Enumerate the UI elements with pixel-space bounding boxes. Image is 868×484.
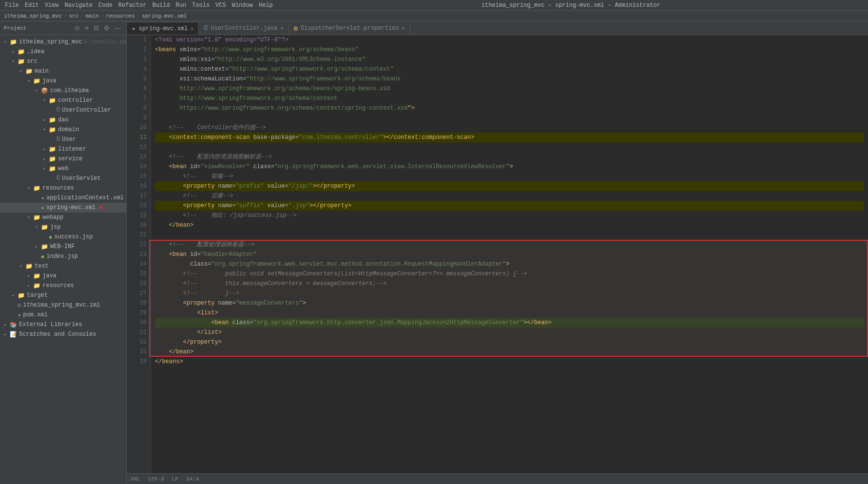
sidebar-locate-button[interactable]: ⊙ <box>73 24 81 32</box>
breadcrumb-item-file[interactable]: spring-mvc.xml <box>142 13 187 19</box>
menu-file[interactable]: File <box>2 1 22 10</box>
menu-bar: File Edit View Navigate Code Refactor Bu… <box>0 0 868 11</box>
menu-refactor[interactable]: Refactor <box>116 1 150 10</box>
token: <!-- this.messageConverters = messageCon… <box>155 279 386 289</box>
tree-test-resources[interactable]: ▸ 📁 resources <box>0 281 126 290</box>
tree-dao[interactable]: ▸ 📁 dao <box>0 115 126 125</box>
token: = <box>243 74 246 84</box>
java-file-dot: © <box>204 24 208 32</box>
tree-spring-mvc[interactable]: ✦ spring-mvc.xml ◄ <box>0 203 126 213</box>
tab-close-button[interactable]: ✕ <box>402 25 405 31</box>
token: bean <box>176 347 190 357</box>
tree-target[interactable]: ▸ 📁 target <box>0 290 126 300</box>
tree-scratches[interactable]: ▸ 📝 Scratches and Consoles <box>0 329 126 339</box>
tree-domain[interactable]: ▾ 📁 domain <box>0 125 126 135</box>
token: > <box>506 259 509 269</box>
line-number: 31 <box>129 328 147 337</box>
breadcrumb-item-project[interactable]: itheima_spring_mvc <box>4 13 62 19</box>
code-content[interactable]: <?xml version="1.0" encoding="UTF-8"?><b… <box>151 35 868 473</box>
folder-icon: 📁 <box>33 77 40 85</box>
tree-success-jsp[interactable]: ◆ success.jsp <box>0 232 126 242</box>
tree-listener[interactable]: ▸ 📁 listener <box>0 144 126 154</box>
tree-userservlet[interactable]: © UserServlet <box>0 174 126 183</box>
tree-label: spring-mvc.xml <box>46 204 96 211</box>
token: = <box>250 318 253 328</box>
token: "messageConverters" <box>236 298 303 308</box>
tree-label: applicationContext.xml <box>46 194 123 201</box>
token: < <box>155 45 158 55</box>
tab-close-button[interactable]: ✕ <box>281 25 284 31</box>
token: <!-- 地址: /jsp/success.jsp--> <box>155 211 296 220</box>
tree-idea[interactable]: ▸ 📁 .idea <box>0 47 126 57</box>
tree-root[interactable]: ▾ 📁 itheima_spring_mvc D:\IntelliJ IDEA … <box>0 37 126 47</box>
tree-webinf[interactable]: ▸ 📁 WEB-INF <box>0 242 126 252</box>
sidebar-close-button[interactable]: — <box>113 24 122 32</box>
tree-label: webapp <box>42 214 63 221</box>
tab-label: UserController.java <box>211 25 278 32</box>
token: property <box>324 181 352 191</box>
line-number: 23 <box>129 250 147 259</box>
menu-navigate[interactable]: Navigate <box>61 1 96 10</box>
breadcrumb-item-resources[interactable]: resources <box>106 13 135 19</box>
java-file-icon: © <box>57 175 60 182</box>
tree-index-jsp[interactable]: ◆ index.jsp <box>0 252 126 261</box>
menu-build[interactable]: Build <box>149 1 173 10</box>
tree-main[interactable]: ▾ 📁 main <box>0 66 126 76</box>
token: </ <box>155 347 176 357</box>
tab-usercontroller[interactable]: © UserController.java ✕ <box>199 22 289 35</box>
menu-run[interactable]: Run <box>173 1 189 10</box>
tree-resources[interactable]: ▾ 📁 resources <box>0 183 126 193</box>
token: value <box>264 201 285 211</box>
tree-usercontroller[interactable]: © UserController <box>0 105 126 115</box>
sidebar-expand-button[interactable]: ≡ <box>83 24 90 32</box>
tree-jsp-folder[interactable]: ▾ 📁 jsp <box>0 222 126 232</box>
menu-edit[interactable]: Edit <box>22 1 42 10</box>
tree-test[interactable]: ▾ 📁 test <box>0 261 126 271</box>
code-line: <!-- 配置内部资源视图解析器--> <box>155 152 864 162</box>
folder-icon: 📁 <box>25 263 33 270</box>
tree-appcontext[interactable]: ✦ applicationContext.xml <box>0 193 126 203</box>
tree-java[interactable]: ▾ 📁 java <box>0 76 126 86</box>
menu-vcs[interactable]: VCS <box>212 1 229 10</box>
line-number: 20 <box>129 220 147 230</box>
code-line: </list> <box>155 328 864 337</box>
token: http://www.springframework.org/schema/be… <box>155 84 390 94</box>
sidebar-collapse-button[interactable]: ⊟ <box>92 24 100 32</box>
breadcrumb-item-main[interactable]: main <box>86 13 98 19</box>
tree-pom[interactable]: ✦ pom.xml <box>0 310 126 320</box>
token: name <box>214 298 232 308</box>
tree-ext-libs[interactable]: ▸ 📚 External Libraries <box>0 320 126 329</box>
code-editor[interactable]: 1234567891011121314151617181920212223242… <box>127 35 868 473</box>
menu-view[interactable]: View <box>42 1 62 10</box>
token: "org.springframework.http.converter.json… <box>253 318 524 328</box>
menu-help[interactable]: Help <box>256 1 276 10</box>
menu-code[interactable]: Code <box>96 1 116 10</box>
tree-web[interactable]: ▾ 📁 web <box>0 164 126 174</box>
line-number: 26 <box>129 279 147 289</box>
tab-spring-mvc[interactable]: ✦ spring-mvc.xml ✕ <box>127 22 199 35</box>
tab-dispatcher[interactable]: ⚙ DispatcherServlet.properties ✕ <box>289 22 410 35</box>
breadcrumb-sep: › <box>100 13 104 19</box>
tree-controller[interactable]: ▾ 📁 controller <box>0 96 126 105</box>
token: "http://www.springframework.org/schema/b… <box>201 45 359 55</box>
code-line: <?xml version="1.0" encoding="UTF-8"?> <box>155 35 864 45</box>
folder-icon: 📁 <box>33 214 40 221</box>
menu-tools[interactable]: Tools <box>189 1 212 10</box>
token: bean <box>534 318 548 328</box>
tree-webapp[interactable]: ▾ 📁 webapp <box>0 213 126 222</box>
token: = <box>197 162 200 172</box>
tab-bar: ✦ spring-mvc.xml ✕ © UserController.java… <box>127 21 868 35</box>
tree-com-itheima[interactable]: ▾ 📦 com.itheima <box>0 86 126 96</box>
sidebar-settings-button[interactable]: ⚙ <box>102 24 111 32</box>
tree-test-java[interactable]: ▸ 📁 java <box>0 271 126 281</box>
token: > <box>190 220 193 230</box>
tree-src[interactable]: ▾ 📁 src <box>0 57 126 66</box>
tree-service[interactable]: ▸ 📁 service <box>0 154 126 164</box>
menu-window[interactable]: Window <box>229 1 256 10</box>
tab-close-button[interactable]: ✕ <box>191 26 193 32</box>
token: "suffix" <box>236 201 264 211</box>
breadcrumb-item-src[interactable]: src <box>69 13 78 19</box>
tree-user[interactable]: © User <box>0 135 126 144</box>
tree-iml[interactable]: ⚙ itheima_spring_mvc.iml <box>0 300 126 310</box>
main-layout: Project ⊙ ≡ ⊟ ⚙ — ▾ 📁 itheima_spring_mvc… <box>0 21 868 484</box>
